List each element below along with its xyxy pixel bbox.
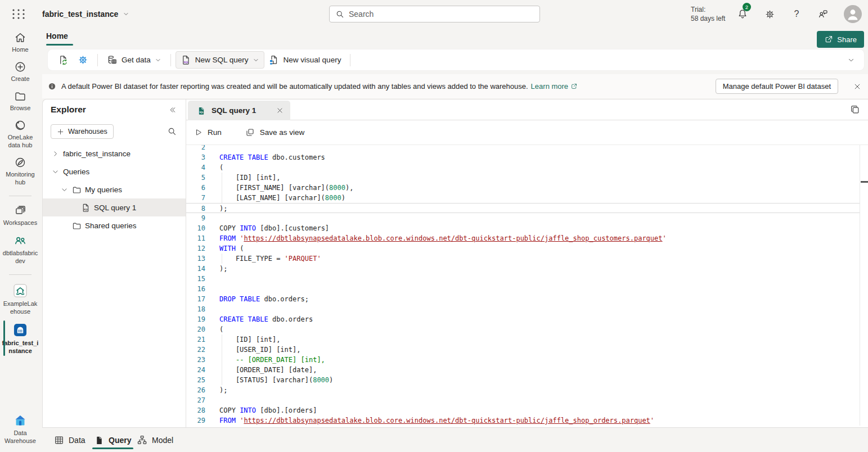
run-button[interactable]: Run bbox=[194, 128, 222, 137]
copy-button[interactable] bbox=[850, 105, 860, 115]
code-line[interactable]: 16 bbox=[186, 284, 860, 294]
rail-item-home[interactable]: Home bbox=[0, 31, 41, 53]
workspace-switcher[interactable]: fabric_test_instance bbox=[42, 0, 129, 28]
help-button[interactable]: ? bbox=[790, 7, 803, 21]
create-icon bbox=[14, 61, 26, 73]
rail-item-fabric-test-instance[interactable]: fabric_test_instance bbox=[0, 323, 41, 355]
app-launcher-icon[interactable] bbox=[11, 8, 27, 20]
editor-overview-ruler[interactable] bbox=[860, 145, 868, 426]
code-line[interactable]: 6 [FIRST_NAME] [varchar](8000), bbox=[186, 183, 860, 193]
line-number: 24 bbox=[186, 365, 205, 375]
code-line[interactable]: 15 bbox=[186, 274, 860, 284]
rail-item-dbtlabsfabricdev[interactable]: dbtlabsfabricdev bbox=[0, 234, 41, 265]
new-warehouses-button[interactable]: Warehouses bbox=[51, 124, 114, 139]
code-line[interactable]: 9 bbox=[186, 213, 860, 223]
people-icon bbox=[14, 234, 27, 247]
code-line[interactable]: 20( bbox=[186, 324, 860, 335]
line-number: 28 bbox=[186, 405, 205, 415]
code-line[interactable]: 23 -- [ORDER_DATE] [int], bbox=[186, 355, 860, 365]
new-visual-query-button[interactable]: New visual query bbox=[264, 52, 346, 68]
querydoc-icon bbox=[95, 435, 104, 445]
query-tab-title: SQL query 1 bbox=[212, 106, 256, 115]
share-button[interactable]: Share bbox=[817, 31, 864, 48]
tree-item-shared-queries[interactable]: Shared queries bbox=[43, 216, 186, 234]
line-number: 12 bbox=[186, 243, 205, 254]
code-line[interactable]: 10COPY INTO [dbo].[customers] bbox=[186, 223, 860, 233]
get-data-button[interactable]: Get data bbox=[102, 52, 166, 68]
workspaces-icon bbox=[14, 205, 26, 217]
code-line[interactable]: 8); bbox=[186, 203, 860, 213]
new-sql-query-button[interactable]: SQL New SQL query bbox=[176, 51, 264, 69]
rail-item-onelake-data-hub[interactable]: OneLake data hub bbox=[0, 119, 41, 149]
code-line[interactable]: 27 bbox=[186, 395, 860, 405]
account-avatar[interactable] bbox=[844, 5, 862, 23]
rail-item-examplelakehouse[interactable]: ExampleLakehouse bbox=[0, 283, 41, 315]
code-line[interactable]: 21 [ID] [int], bbox=[186, 335, 860, 345]
code-line[interactable]: 17DROP TABLE dbo.orders; bbox=[186, 294, 860, 304]
code-line[interactable]: 26); bbox=[186, 385, 860, 395]
sql-document-icon: SQL bbox=[181, 55, 191, 65]
rail-item-browse[interactable]: Browse bbox=[0, 90, 41, 112]
rail-item-data-warehouse[interactable]: Data Warehouse bbox=[0, 414, 41, 445]
code-line[interactable]: 28COPY INTO [dbo].[orders] bbox=[186, 405, 860, 415]
code-line[interactable]: 13 FILE_TYPE = 'PARQUET' bbox=[186, 254, 860, 264]
sql-document-icon: SQL bbox=[197, 106, 206, 115]
view-tab-query[interactable]: Query bbox=[95, 428, 131, 452]
document-refresh-icon bbox=[58, 55, 69, 65]
learn-more-link[interactable]: Learn more bbox=[531, 82, 578, 91]
chevron-down-icon[interactable] bbox=[51, 167, 60, 176]
line-number: 14 bbox=[186, 264, 205, 274]
overlapping-pages-icon bbox=[850, 105, 860, 115]
rail-item-monitoring-hub[interactable]: Monitoring hub bbox=[0, 156, 41, 186]
toolbar-expand-button[interactable] bbox=[847, 56, 855, 64]
feedback-button[interactable] bbox=[816, 7, 830, 21]
view-tab-model[interactable]: Model bbox=[137, 428, 173, 452]
code-line[interactable]: 5 [ID] [int], bbox=[186, 173, 860, 183]
sql-editor[interactable]: 23CREATE TABLE dbo.customers4(5 [ID] [in… bbox=[186, 145, 868, 426]
explorer-search-button[interactable] bbox=[167, 126, 177, 136]
view-tab-data[interactable]: Data bbox=[54, 428, 86, 452]
chevron-right-icon[interactable] bbox=[51, 149, 60, 158]
search-input[interactable]: Search bbox=[329, 6, 540, 22]
code-line[interactable]: 19CREATE TABLE dbo.orders bbox=[186, 314, 860, 324]
code-line[interactable]: 2 bbox=[186, 145, 860, 152]
close-tab-button[interactable] bbox=[276, 107, 284, 114]
rail-divider bbox=[9, 196, 32, 196]
play-icon bbox=[194, 128, 203, 137]
code-line[interactable]: 24 [ORDER_DATE] [date], bbox=[186, 365, 860, 375]
code-line[interactable]: 7 [LAST_NAME] [varchar](8000) bbox=[186, 193, 860, 203]
gear-blue-icon bbox=[78, 55, 88, 65]
svg-text:SQL: SQL bbox=[84, 208, 89, 211]
tab-home[interactable]: Home bbox=[46, 31, 68, 40]
save-as-view-button[interactable]: Save as view bbox=[245, 128, 305, 137]
refresh-button[interactable] bbox=[53, 52, 73, 68]
code-line[interactable]: 14); bbox=[186, 264, 860, 274]
tree-item-fabric-test-instance[interactable]: fabric_test_instance bbox=[43, 144, 186, 162]
code-line[interactable]: 18 bbox=[186, 304, 860, 314]
query-tab-strip: SQL SQL query 1 bbox=[186, 100, 868, 120]
tree-item-queries[interactable]: Queries bbox=[43, 162, 186, 180]
home-icon bbox=[14, 31, 26, 44]
manage-default-dataset-button[interactable]: Manage default Power BI dataset bbox=[716, 79, 838, 94]
code-line[interactable]: 29FROM 'https://dbtlabsynapsedatalake.bl… bbox=[186, 415, 860, 426]
tree-item-sql-query-1[interactable]: SQLSQL query 1 bbox=[43, 198, 186, 216]
code-line[interactable]: 11FROM 'https://dbtlabsynapsedatalake.bl… bbox=[186, 233, 860, 243]
banner-close-button[interactable] bbox=[853, 83, 861, 91]
settings-button[interactable] bbox=[763, 7, 776, 21]
code-line[interactable]: 12WITH ( bbox=[186, 243, 860, 254]
rail-item-workspaces[interactable]: Workspaces bbox=[0, 205, 41, 227]
code-line[interactable]: 25 [STATUS] [varchar](8000) bbox=[186, 375, 860, 385]
tree-item-my-queries[interactable]: My queries bbox=[43, 180, 186, 198]
line-number: 25 bbox=[186, 375, 205, 385]
collapse-panel-button[interactable] bbox=[168, 106, 177, 114]
active-tab-underline bbox=[46, 44, 73, 46]
chevron-down-icon bbox=[123, 11, 129, 17]
rail-item-create[interactable]: Create bbox=[0, 61, 41, 83]
code-line[interactable]: 3CREATE TABLE dbo.customers bbox=[186, 152, 860, 162]
query-settings-button[interactable] bbox=[73, 52, 93, 68]
line-number: 6 bbox=[186, 183, 205, 193]
code-line[interactable]: 22 [USER_ID] [int], bbox=[186, 345, 860, 355]
chevron-down-icon[interactable] bbox=[60, 185, 69, 194]
code-line[interactable]: 4( bbox=[186, 162, 860, 173]
query-tab[interactable]: SQL SQL query 1 bbox=[188, 101, 290, 120]
